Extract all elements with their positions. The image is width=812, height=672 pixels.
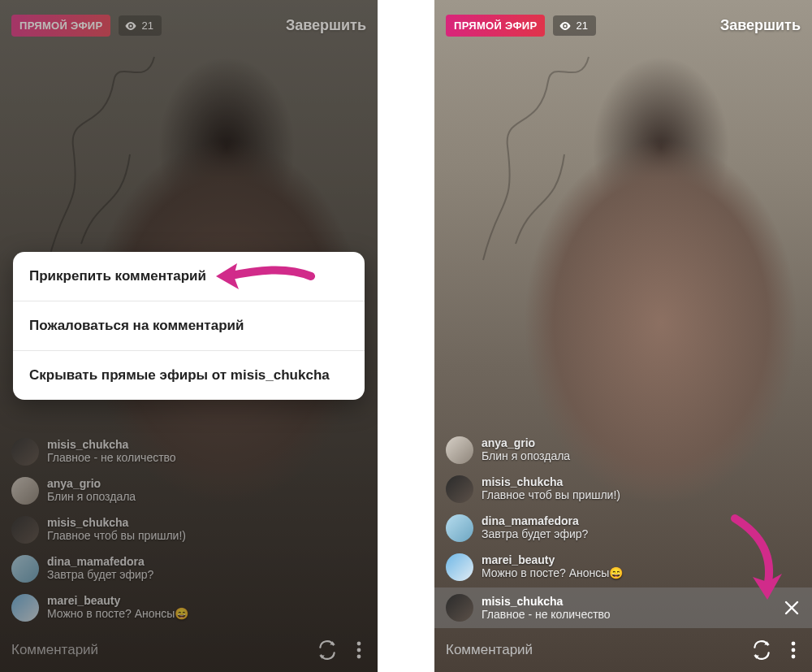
annotation-arrow-left bbox=[209, 258, 315, 299]
avatar bbox=[446, 436, 473, 464]
comment-input-bar: Комментарий bbox=[434, 628, 812, 672]
comment-text: Главное чтоб вы пришли!) bbox=[482, 488, 620, 501]
comment-body: anya_grioБлин я опоздала bbox=[482, 436, 570, 462]
comment-input-bar: Комментарий bbox=[0, 628, 378, 672]
svg-point-5 bbox=[792, 642, 796, 646]
comment-username: misis_chukcha bbox=[482, 475, 620, 488]
avatar bbox=[446, 594, 473, 622]
comment-text: Главное - не количество bbox=[47, 451, 176, 464]
report-comment-action[interactable]: Пожаловаться на комментарий bbox=[13, 301, 365, 351]
comment-text: Главное чтоб вы пришли!) bbox=[47, 529, 186, 542]
eye-icon bbox=[559, 22, 571, 30]
svg-point-6 bbox=[792, 648, 796, 652]
comment-text: Блин я опоздала bbox=[482, 449, 570, 462]
comment-body: anya_grioБлин я опоздала bbox=[47, 477, 136, 503]
comment-username: anya_grio bbox=[482, 436, 570, 449]
comment-row[interactable]: marei_beautyМожно в посте? Анонсы😄 bbox=[11, 594, 366, 622]
svg-point-1 bbox=[357, 642, 361, 646]
pinned-comment-body: misis_chukcha Главное - не количество bbox=[482, 595, 611, 621]
more-vertical-icon bbox=[356, 641, 361, 659]
pinned-comment-text: Главное - не количество bbox=[482, 608, 611, 621]
comment-input[interactable]: Комментарий bbox=[446, 642, 737, 658]
comment-stream[interactable]: misis_chukchaГлавное - не количествоanya… bbox=[11, 438, 366, 622]
comment-row[interactable]: misis_chukchaГлавное чтоб вы пришли!) bbox=[11, 516, 366, 544]
avatar bbox=[446, 553, 473, 581]
viewer-count: 21 bbox=[141, 20, 153, 32]
comment-body: dina_mamafedoraЗавтра будет эфир? bbox=[482, 514, 588, 540]
comment-username: dina_mamafedora bbox=[482, 514, 588, 527]
svg-point-4 bbox=[564, 24, 567, 27]
comment-text: Блин я опоздала bbox=[47, 490, 136, 503]
wall-scribble bbox=[467, 33, 646, 276]
viewer-count-badge[interactable]: 21 bbox=[553, 15, 595, 36]
more-vertical-icon bbox=[791, 641, 796, 659]
live-top-bar: ПРЯМОЙ ЭФИР 21 Завершить bbox=[11, 15, 366, 37]
avatar bbox=[446, 514, 473, 542]
live-badge: ПРЯМОЙ ЭФИР bbox=[446, 15, 545, 37]
more-options-button[interactable] bbox=[786, 639, 801, 661]
avatar bbox=[11, 438, 39, 466]
svg-point-3 bbox=[357, 655, 361, 659]
comment-body: misis_chukchaГлавное - не количество bbox=[47, 438, 176, 464]
comment-username: anya_grio bbox=[47, 477, 136, 490]
phone-right: ПРЯМОЙ ЭФИР 21 Завершить anya_grioБлин я… bbox=[434, 0, 812, 672]
eye-icon bbox=[125, 22, 136, 30]
comment-body: misis_chukchaГлавное чтоб вы пришли!) bbox=[482, 475, 620, 501]
comment-text: Можно в посте? Анонсы😄 bbox=[47, 607, 188, 620]
hide-lives-action[interactable]: Скрывать прямые эфиры от misis_chukcha bbox=[13, 351, 365, 400]
comment-body: marei_beautyМожно в посте? Анонсы😄 bbox=[482, 553, 623, 579]
live-badge: ПРЯМОЙ ЭФИР bbox=[11, 15, 110, 37]
svg-point-0 bbox=[130, 24, 132, 27]
switch-camera-button[interactable] bbox=[750, 639, 773, 661]
comment-username: marei_beauty bbox=[482, 553, 623, 566]
comment-username: marei_beauty bbox=[47, 594, 188, 607]
end-live-button[interactable]: Завершить bbox=[286, 17, 366, 34]
comment-text: Можно в посте? Анонсы😄 bbox=[482, 566, 623, 579]
svg-point-7 bbox=[792, 655, 796, 659]
viewer-count: 21 bbox=[576, 20, 587, 32]
comment-body: marei_beautyМожно в посте? Анонсы😄 bbox=[47, 594, 188, 620]
comment-body: dina_mamafedoraЗавтра будет эфир? bbox=[47, 555, 153, 581]
comment-username: dina_mamafedora bbox=[47, 555, 153, 568]
phone-left: ПРЯМОЙ ЭФИР 21 Завершить misis_chukchaГл… bbox=[0, 0, 378, 672]
comment-row[interactable]: misis_chukchaГлавное чтоб вы пришли!) bbox=[446, 475, 801, 503]
avatar bbox=[11, 555, 39, 583]
comment-text: Завтра будет эфир? bbox=[482, 527, 588, 540]
comment-row[interactable]: anya_grioБлин я опоздала bbox=[11, 477, 366, 505]
comment-username: misis_chukcha bbox=[47, 516, 186, 529]
svg-point-2 bbox=[357, 648, 361, 652]
comment-row[interactable]: dina_mamafedoraЗавтра будет эфир? bbox=[11, 555, 366, 583]
avatar bbox=[11, 516, 39, 544]
comment-username: misis_chukcha bbox=[47, 438, 176, 451]
comment-body: misis_chukchaГлавное чтоб вы пришли!) bbox=[47, 516, 186, 542]
comment-text: Завтра будет эфир? bbox=[47, 568, 153, 581]
annotation-arrow-down bbox=[717, 512, 798, 609]
switch-camera-button[interactable] bbox=[316, 639, 339, 661]
viewer-count-badge[interactable]: 21 bbox=[119, 15, 161, 36]
live-top-bar: ПРЯМОЙ ЭФИР 21 Завершить bbox=[446, 15, 801, 37]
avatar bbox=[11, 594, 39, 622]
end-live-button[interactable]: Завершить bbox=[720, 17, 801, 34]
pinned-comment-username: misis_chukcha bbox=[482, 595, 611, 608]
comment-row[interactable]: misis_chukchaГлавное - не количество bbox=[11, 438, 366, 466]
comment-input[interactable]: Комментарий bbox=[11, 642, 303, 658]
avatar bbox=[446, 475, 473, 503]
avatar bbox=[11, 477, 39, 505]
switch-camera-icon bbox=[751, 639, 772, 661]
switch-camera-icon bbox=[317, 639, 338, 661]
more-options-button[interactable] bbox=[352, 639, 366, 661]
comment-row[interactable]: anya_grioБлин я опоздала bbox=[446, 436, 801, 464]
